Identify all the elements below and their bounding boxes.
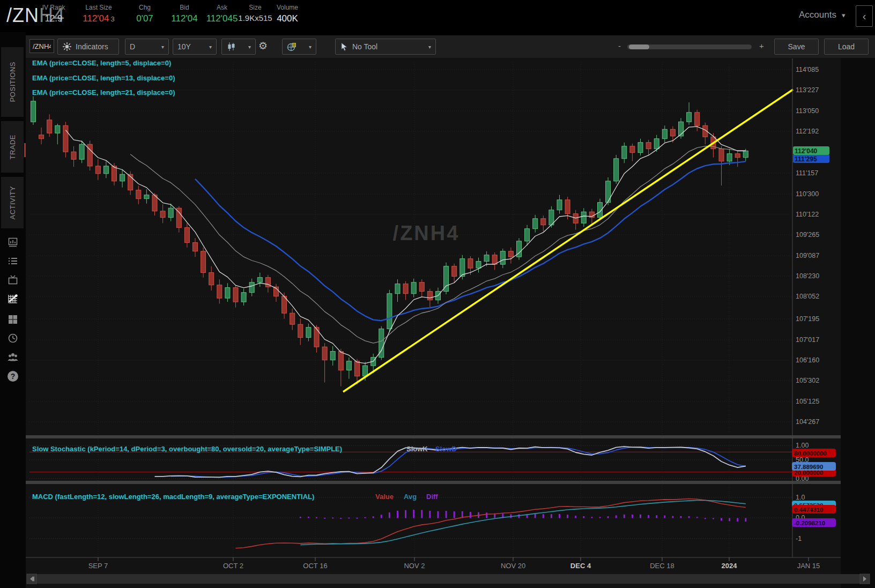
chevron-down-icon: ▾ (309, 44, 312, 50)
symbol-input[interactable] (29, 39, 54, 53)
left-sidebar: POSITIONS TRADE ACTIVITY (0, 32, 26, 588)
svg-text:1.00: 1.00 (796, 442, 809, 449)
svg-text:JAN 15: JAN 15 (797, 562, 820, 570)
field-last-size: Last Size 112'043 (83, 4, 115, 24)
svg-text:DEC 18: DEC 18 (650, 562, 674, 570)
chart-grid-dropdown[interactable]: ▾ (282, 39, 316, 55)
pane-divider[interactable] (26, 435, 875, 438)
field-bid: Bid 112'04 (171, 4, 197, 24)
field-iv-rank: IV Rank 12.9 (42, 4, 65, 24)
list-icon[interactable] (7, 255, 19, 267)
ema-label: EMA (price=CLOSE, length=21, displace=0) (32, 88, 175, 96)
horizontal-scrollbar[interactable] (27, 574, 870, 584)
zoom-slider[interactable] (627, 44, 752, 49)
collapse-panel-button[interactable]: ‹ (856, 5, 873, 27)
ema-label: EMA (price=CLOSE, length=5, displace=0) (32, 59, 171, 67)
svg-text:SEP 7: SEP 7 (88, 562, 108, 570)
header-bar: /ZNH4 IV Rank 12.9 Last Size 112'043 Chg… (0, 0, 875, 32)
zoom-out-button[interactable]: - (618, 41, 621, 50)
svg-text:107'195: 107'195 (796, 315, 819, 323)
ema5-line (65, 126, 745, 363)
svg-text:NOV 20: NOV 20 (501, 562, 525, 570)
ema13-line (130, 146, 746, 344)
chevron-left-icon: ‹ (863, 10, 866, 23)
zoom-slider-thumb[interactable] (629, 44, 649, 49)
svg-text:110'300: 110'300 (796, 190, 819, 198)
chevron-down-icon: ▾ (428, 44, 431, 50)
indicators-button[interactable]: Indicators (57, 39, 119, 55)
sidebar-tab-activity[interactable]: ACTIVITY (1, 177, 24, 228)
chart-grid-icon (287, 42, 296, 51)
cursor-icon (340, 42, 348, 51)
svg-text:0.4474310: 0.4474310 (794, 507, 823, 513)
drawing-tool-dropdown[interactable]: No Tool ▾ (335, 39, 436, 55)
chevron-down-icon: ▾ (161, 44, 164, 50)
zoom-in-button[interactable]: + (759, 41, 764, 50)
chevron-down-icon: ▾ (248, 44, 251, 50)
pane-divider[interactable] (26, 481, 875, 484)
svg-text:109'087: 109'087 (796, 252, 819, 259)
watermark: /ZNH4 (393, 222, 460, 244)
svg-text:105'125: 105'125 (796, 398, 819, 405)
svg-text:OCT 2: OCT 2 (223, 562, 243, 570)
range-dropdown[interactable]: 10Y ▾ (173, 39, 217, 55)
field-chg: Chg 0'07 (136, 4, 153, 24)
stochastic-label: Slow Stochastic (kPeriod=14, dPeriod=3, … (32, 445, 342, 453)
svg-text:SlowD: SlowD (435, 445, 457, 453)
macd-label: MACD (fastLength=12, slowLength=26, macd… (32, 493, 314, 501)
svg-text:80.0000000: 80.0000000 (794, 450, 827, 457)
svg-text:107'017: 107'017 (796, 336, 819, 344)
accounts-dropdown[interactable]: Accounts▾ (799, 10, 845, 20)
macd-value-line (236, 499, 746, 548)
help-icon[interactable]: ? (8, 371, 18, 382)
chart-type-dropdown[interactable]: ▾ (221, 39, 256, 55)
svg-text:-1: -1 (796, 535, 802, 542)
indicators-icon (62, 42, 72, 51)
ema21-line (195, 161, 746, 321)
symbol-root: /ZN (6, 4, 39, 26)
svg-text:Diff: Diff (426, 493, 438, 501)
svg-text:108'052: 108'052 (796, 293, 819, 300)
svg-text:114'085: 114'085 (796, 66, 819, 73)
chevron-down-icon: ▾ (842, 11, 846, 19)
candles-group (31, 96, 748, 386)
field-size: Size 1.9Kx515 (238, 4, 272, 23)
svg-text:106'160: 106'160 (796, 356, 819, 364)
svg-text:37.889690: 37.889690 (794, 464, 823, 470)
report-icon[interactable] (7, 236, 19, 248)
svg-text:OCT 16: OCT 16 (303, 562, 327, 570)
svg-text:113'227: 113'227 (796, 86, 819, 94)
grid-icon[interactable] (7, 314, 19, 325)
svg-text:111'157: 111'157 (796, 169, 818, 177)
svg-text:112'192: 112'192 (796, 128, 819, 135)
sidebar-tab-positions[interactable]: POSITIONS (1, 47, 24, 117)
timeframe-dropdown[interactable]: D ▾ (125, 39, 169, 55)
macd-avg-line (300, 501, 746, 545)
time-axis (98, 557, 809, 561)
field-ask: Ask 112'045 (206, 4, 238, 24)
svg-text:1.0: 1.0 (796, 494, 805, 501)
people-icon[interactable] (7, 351, 19, 363)
svg-text:Value: Value (375, 493, 394, 501)
svg-text:108'230: 108'230 (796, 272, 819, 280)
load-button[interactable]: Load (824, 39, 869, 55)
chart-canvas[interactable]: /ZNH4EMA (price=CLOSE, length=5, displac… (26, 58, 875, 588)
svg-text:DEC 4: DEC 4 (570, 562, 591, 570)
svg-text:110'122: 110'122 (796, 211, 819, 218)
svg-text:105'302: 105'302 (796, 377, 819, 384)
history-icon[interactable] (7, 332, 19, 344)
svg-text:-0.2098210: -0.2098210 (794, 520, 825, 526)
sidebar-tab-trade[interactable]: TRADE (1, 121, 24, 173)
ema-label: EMA (price=CLOSE, length=13, displace=0) (32, 74, 175, 82)
chart-toolbar: Indicators D ▾ 10Y ▾ ▾ ⚙ ▾ No Tool ▾ (26, 35, 875, 58)
svg-text:112'040: 112'040 (795, 147, 818, 155)
svg-text:113'050: 113'050 (796, 107, 819, 115)
tv-icon[interactable] (7, 274, 19, 286)
chart-icon[interactable] (7, 293, 19, 304)
save-button[interactable]: Save (774, 39, 819, 55)
candlestick-icon (226, 42, 236, 51)
svg-text:111'295: 111'295 (795, 155, 817, 163)
svg-text:2024: 2024 (722, 562, 738, 570)
svg-text:109'265: 109'265 (796, 231, 819, 239)
gear-icon[interactable]: ⚙ (258, 40, 268, 52)
